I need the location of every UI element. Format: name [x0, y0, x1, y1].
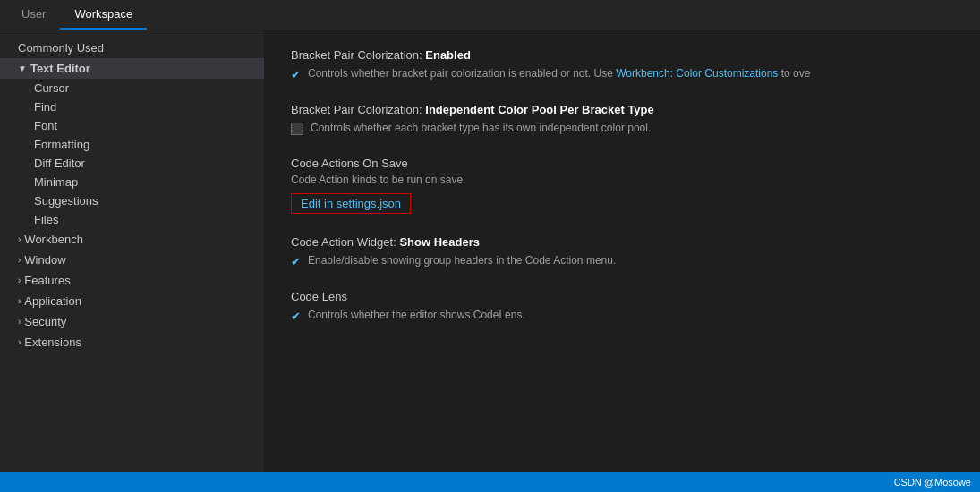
- code-actions-subtitle: Code Action kinds to be run on save.: [291, 174, 953, 186]
- footer-label: CSDN @Mosowe: [894, 477, 971, 488]
- sidebar-item-window[interactable]: › Window: [0, 250, 264, 270]
- tab-bar: User Workspace: [0, 0, 980, 30]
- checkbox-checked-icon[interactable]: ✔: [291, 68, 301, 81]
- setting-code-action-widget: Code Action Widget: Show Headers ✔ Enabl…: [291, 235, 953, 268]
- chevron-down-icon: ▼: [18, 64, 27, 73]
- chevron-right-icon: ›: [18, 317, 21, 327]
- sidebar-sub-item-font[interactable]: Font: [0, 116, 264, 135]
- code-actions-on-save: Code Actions On Save Code Action kinds t…: [291, 157, 953, 214]
- application-label: Application: [24, 294, 81, 308]
- tab-user[interactable]: User: [7, 0, 60, 30]
- chevron-right-icon: ›: [18, 276, 21, 285]
- features-label: Features: [24, 274, 70, 287]
- setting-desc-code-lens: ✔ Controls whether the editor shows Code…: [291, 309, 953, 323]
- window-label: Window: [24, 253, 65, 267]
- sidebar-sub-item-suggestions[interactable]: Suggestions: [0, 191, 264, 210]
- setting-code-lens: Code Lens ✔ Controls whether the editor …: [291, 290, 953, 323]
- sidebar-sub-item-minimap[interactable]: Minimap: [0, 173, 264, 191]
- sidebar-item-features[interactable]: › Features: [0, 270, 264, 291]
- workbench-color-link[interactable]: Workbench: Color Customizations: [616, 67, 778, 80]
- chevron-right-icon: ›: [18, 296, 21, 306]
- security-label: Security: [24, 315, 66, 328]
- sidebar-item-security[interactable]: › Security: [0, 311, 264, 332]
- sidebar-item-extensions[interactable]: › Extensions: [0, 332, 264, 352]
- chevron-right-icon: ›: [18, 255, 21, 265]
- sidebar-item-commonly-used[interactable]: Commonly Used: [0, 38, 264, 58]
- chevron-right-icon: ›: [18, 337, 21, 347]
- setting-desc-code-action-widget: ✔ Enable/disable showing group headers i…: [291, 254, 953, 268]
- setting-desc-bracket-pair: ✔ Controls whether bracket pair coloriza…: [291, 67, 953, 81]
- checkbox-checked-icon-2[interactable]: ✔: [291, 255, 301, 268]
- setting-title-code-action-widget: Code Action Widget: Show Headers: [291, 235, 953, 249]
- code-actions-title: Code Actions On Save: [291, 157, 953, 170]
- sidebar-item-text-editor[interactable]: ▼ Text Editor: [0, 58, 264, 79]
- sidebar-sub-item-formatting[interactable]: Formatting: [0, 135, 264, 154]
- workbench-label: Workbench: [24, 233, 83, 246]
- checkbox-checked-icon-3[interactable]: ✔: [291, 310, 301, 323]
- sidebar-item-application[interactable]: › Application: [0, 291, 264, 311]
- setting-title-bracket-pool: Bracket Pair Colorization: Independent C…: [291, 103, 953, 116]
- sidebar-item-workbench[interactable]: › Workbench: [0, 229, 264, 250]
- sidebar: Commonly Used ▼ Text Editor Cursor Find …: [0, 30, 264, 472]
- main-container: Commonly Used ▼ Text Editor Cursor Find …: [0, 30, 980, 472]
- setting-bracket-pair-independent: Bracket Pair Colorization: Independent C…: [291, 103, 953, 135]
- text-editor-label: Text Editor: [30, 62, 90, 75]
- setting-bracket-pair-colorization: Bracket Pair Colorization: Enabled ✔ Con…: [291, 48, 953, 81]
- sidebar-sub-item-diff-editor[interactable]: Diff Editor: [0, 154, 264, 173]
- setting-title-code-lens: Code Lens: [291, 290, 953, 303]
- checkbox-unchecked-icon[interactable]: [291, 123, 303, 135]
- sidebar-sub-item-cursor[interactable]: Cursor: [0, 79, 264, 98]
- tab-workspace[interactable]: Workspace: [60, 0, 147, 30]
- setting-desc-bracket-pool: Controls whether each bracket type has i…: [291, 122, 953, 135]
- settings-content: Bracket Pair Colorization: Enabled ✔ Con…: [264, 30, 980, 472]
- extensions-label: Extensions: [24, 335, 81, 349]
- sidebar-sub-item-find[interactable]: Find: [0, 98, 264, 116]
- status-bar: CSDN @Mosowe: [0, 472, 980, 492]
- edit-settings-json-button[interactable]: Edit in settings.json: [291, 193, 411, 214]
- sidebar-sub-item-files[interactable]: Files: [0, 210, 264, 229]
- setting-title-bracket-pair: Bracket Pair Colorization: Enabled: [291, 48, 953, 62]
- chevron-right-icon: ›: [18, 234, 21, 244]
